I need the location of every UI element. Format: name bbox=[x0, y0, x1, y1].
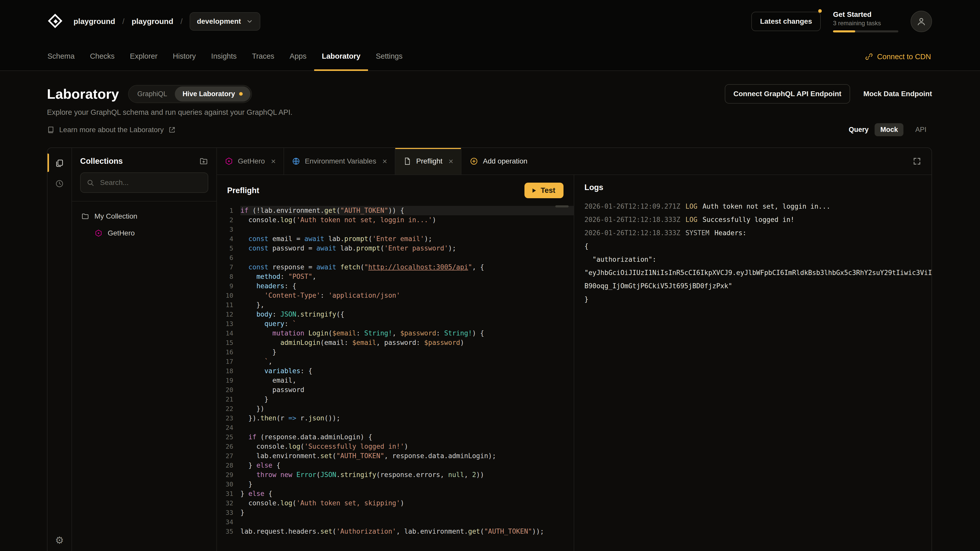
get-started-progress-fill bbox=[833, 30, 855, 32]
log-line: "eyJhbGciOiJIUzI1NiIsInR5cCI6IkpXVCJ9.ey… bbox=[584, 266, 921, 279]
close-icon[interactable]: × bbox=[382, 157, 387, 165]
log-line: 2026-01-26T12:12:18.333ZSYSTEMHeaders: bbox=[584, 226, 921, 240]
code-line: 14 mutation Login($email: String!, $pass… bbox=[217, 329, 574, 338]
nav-item-laboratory[interactable]: Laboratory bbox=[314, 43, 368, 71]
avatar[interactable] bbox=[911, 11, 932, 32]
hive-logo[interactable] bbox=[47, 13, 64, 30]
history-rail-button[interactable] bbox=[51, 175, 68, 192]
nav-item-apps[interactable]: Apps bbox=[282, 43, 314, 71]
get-started-progress bbox=[833, 30, 898, 32]
code-line: 27 lab.environment.set("AUTH_TOKEN", res… bbox=[217, 451, 574, 461]
view-toggle-hive-laboratory[interactable]: Hive Laboratory bbox=[175, 86, 250, 102]
code-line: 6 bbox=[217, 253, 574, 262]
graphql-icon bbox=[94, 229, 103, 237]
code-line: 21 } bbox=[217, 395, 574, 404]
preflight-code-editor[interactable]: 1if (!lab.environment.get("AUTH_TOKEN"))… bbox=[217, 204, 574, 551]
preflight-pane-title: Preflight bbox=[227, 186, 259, 195]
tab-preflight[interactable]: Preflight× bbox=[395, 148, 461, 175]
code-line: 28 } else { bbox=[217, 461, 574, 470]
code-line: 11 }, bbox=[217, 300, 574, 310]
log-entries: 2026-01-26T12:12:09.271ZLOGAuth token no… bbox=[584, 200, 921, 306]
nav-item-schema[interactable]: Schema bbox=[40, 43, 82, 71]
tab-environment-variables[interactable]: Environment Variables× bbox=[284, 148, 395, 175]
connect-cdn-label: Connect to CDN bbox=[877, 52, 931, 61]
nav-item-explorer[interactable]: Explorer bbox=[122, 43, 165, 71]
query-label: Query bbox=[849, 126, 869, 134]
code-line: 1if (!lab.environment.get("AUTH_TOKEN"))… bbox=[217, 206, 574, 215]
collections-rail-button[interactable] bbox=[51, 155, 68, 172]
query-mode-mock[interactable]: Mock bbox=[875, 123, 904, 136]
latest-changes-button[interactable]: Latest changes bbox=[751, 12, 821, 31]
collection-folder[interactable]: My Collection bbox=[77, 208, 211, 225]
add-operation-label: Add operation bbox=[483, 157, 527, 165]
hive-laboratory-dot bbox=[239, 92, 243, 96]
laboratory-workbench: ⚙ Collections My CollectionGetHero GetHe… bbox=[47, 148, 932, 551]
close-icon[interactable]: × bbox=[449, 157, 453, 165]
tab-gethero[interactable]: GetHero× bbox=[217, 148, 284, 175]
breadcrumb-project[interactable]: playground bbox=[132, 17, 173, 26]
connect-endpoint-button[interactable]: Connect GraphQL API Endpoint bbox=[725, 84, 850, 103]
nav-item-traces[interactable]: Traces bbox=[244, 43, 282, 71]
search-input[interactable] bbox=[80, 172, 208, 193]
preflight-editor-pane: Preflight Test 1if (!lab.environment.get… bbox=[217, 175, 574, 551]
collections-tree: My CollectionGetHero bbox=[72, 202, 216, 248]
logs-panel: Logs 2026-01-26T12:12:09.271ZLOGAuth tok… bbox=[574, 175, 932, 551]
code-line: 35lab.request.headers.set('Authorization… bbox=[217, 527, 574, 536]
view-mode-toggle: GraphiQL Hive Laboratory bbox=[128, 85, 252, 103]
code-line: 17 `, bbox=[217, 357, 574, 366]
test-button[interactable]: Test bbox=[525, 183, 563, 198]
link-icon bbox=[865, 52, 873, 61]
collections-sidebar: Collections My CollectionGetHero bbox=[72, 148, 217, 551]
globe-icon bbox=[292, 157, 301, 165]
notification-dot bbox=[818, 9, 822, 13]
target-selector-value: development bbox=[197, 17, 241, 25]
code-line: 30 } bbox=[217, 480, 574, 489]
breadcrumb-org[interactable]: playground bbox=[73, 17, 115, 26]
side-rail: ⚙ bbox=[48, 148, 72, 551]
main-nav-bar: SchemaChecksExplorerHistoryInsightsTrace… bbox=[0, 43, 980, 71]
collection-item-gethero[interactable]: GetHero bbox=[77, 225, 211, 241]
code-line: 12 body: JSON.stringify({ bbox=[217, 310, 574, 319]
log-line: 2026-01-26T12:12:18.333ZLOGSuccessfully … bbox=[584, 213, 921, 226]
code-line: 16 } bbox=[217, 348, 574, 357]
mock-data-endpoint-button[interactable]: Mock Data Endpoint bbox=[863, 90, 932, 98]
rail-active-indicator bbox=[48, 154, 49, 172]
view-toggle-graphiql[interactable]: GraphiQL bbox=[130, 86, 175, 102]
document-icon bbox=[403, 157, 412, 165]
target-selector[interactable]: development bbox=[189, 12, 260, 30]
code-line: 18 variables: { bbox=[217, 366, 574, 376]
graphql-icon bbox=[224, 157, 233, 165]
scrollbar-thumb[interactable] bbox=[555, 205, 569, 207]
code-line: 22 }) bbox=[217, 404, 574, 413]
nav-item-checks[interactable]: Checks bbox=[82, 43, 122, 71]
code-lines: 1if (!lab.environment.get("AUTH_TOKEN"))… bbox=[217, 206, 574, 536]
learn-more-link[interactable]: Learn more about the Laboratory bbox=[47, 126, 176, 134]
tab-bar: GetHero×Environment Variables×Preflight×… bbox=[217, 148, 932, 175]
external-link-icon bbox=[168, 126, 176, 134]
test-button-label: Test bbox=[541, 186, 555, 195]
folder-icon bbox=[81, 212, 89, 221]
close-icon[interactable]: × bbox=[271, 157, 276, 165]
settings-gear-icon[interactable]: ⚙ bbox=[51, 532, 68, 549]
nav-item-history[interactable]: History bbox=[165, 43, 204, 71]
fullscreen-button[interactable] bbox=[902, 148, 932, 175]
code-line: 19 email, bbox=[217, 376, 574, 385]
query-mode-group: Query Mock API bbox=[849, 123, 932, 136]
page-subtitle: Explore your GraphQL schema and run quer… bbox=[47, 108, 932, 117]
log-line: { bbox=[584, 240, 921, 253]
get-started-widget[interactable]: Get Started 3 remaining tasks bbox=[833, 11, 898, 32]
nav-item-settings[interactable]: Settings bbox=[368, 43, 410, 71]
history-clock-icon bbox=[55, 179, 64, 188]
add-operation-button[interactable]: Add operation bbox=[461, 148, 535, 175]
log-line: "authorization": bbox=[584, 253, 921, 266]
query-mode-api[interactable]: API bbox=[910, 123, 932, 136]
code-line: 31} else { bbox=[217, 489, 574, 499]
code-line: 2 console.log('Auth token not set, loggi… bbox=[217, 215, 574, 225]
chevron-down-icon bbox=[246, 18, 253, 25]
view-toggle-hive-label: Hive Laboratory bbox=[183, 90, 235, 98]
new-folder-icon[interactable] bbox=[199, 157, 208, 166]
connect-cdn-link[interactable]: Connect to CDN bbox=[865, 43, 931, 70]
main-nav: SchemaChecksExplorerHistoryInsightsTrace… bbox=[40, 43, 410, 70]
nav-item-insights[interactable]: Insights bbox=[204, 43, 244, 71]
code-line: 20 password bbox=[217, 385, 574, 395]
